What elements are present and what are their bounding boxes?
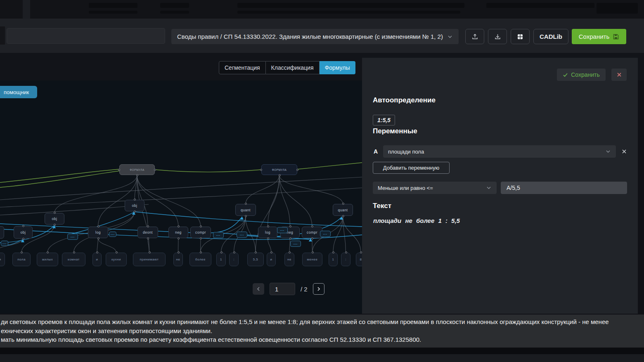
graph-leaf-node[interactable]: жилых <box>37 253 58 266</box>
graph-node[interactable]: quant <box>333 204 353 216</box>
operator-select[interactable]: Меньше или равно <= <box>373 182 497 194</box>
graph-node[interactable]: --- <box>109 232 116 237</box>
node-port[interactable] <box>260 169 262 171</box>
search-input[interactable] <box>7 28 165 44</box>
graph-node[interactable]: ФОРМУЛА <box>119 164 155 175</box>
node-port[interactable] <box>96 251 98 253</box>
node-port[interactable] <box>200 237 202 239</box>
node-port[interactable] <box>22 225 24 227</box>
node-port[interactable] <box>267 237 269 239</box>
panel-save-button[interactable]: Сохранить <box>557 69 606 81</box>
node-port[interactable] <box>134 211 136 213</box>
node-port[interactable] <box>73 251 75 253</box>
graph-node[interactable]: neg <box>168 227 188 238</box>
node-port[interactable] <box>311 225 313 227</box>
node-port[interactable] <box>245 215 247 217</box>
node-port[interactable] <box>21 251 23 253</box>
add-variable-button[interactable]: Добавить переменную <box>373 162 450 174</box>
graph-leaf-node[interactable]: не <box>284 253 294 266</box>
node-port[interactable] <box>345 251 347 253</box>
node-port[interactable] <box>97 237 99 239</box>
graph-leaf-node[interactable]: не <box>173 253 183 266</box>
document-select[interactable]: Своды правил / СП 54.13330.2022. Здания … <box>171 29 459 44</box>
graph-node[interactable]: --- <box>237 232 247 238</box>
node-port[interactable] <box>149 251 151 253</box>
graph-leaf-node[interactable]: 1 <box>329 253 338 266</box>
graph-leaf-node[interactable]: кухни <box>106 253 127 266</box>
graph-canvas[interactable]: ФОРМУЛАФОРМУЛАobjobjobjlogdeontnegcomprq… <box>0 80 362 314</box>
tab-классификация[interactable]: Классификация <box>266 61 320 74</box>
tab-сегментация[interactable]: Сегментация <box>219 61 266 74</box>
tab-формулы[interactable]: Формулы <box>320 61 356 74</box>
node-port[interactable] <box>342 215 344 217</box>
node-port[interactable] <box>233 251 235 253</box>
graph-leaf-node[interactable]: 5,5 <box>247 253 264 266</box>
page-number-input[interactable] <box>270 283 295 295</box>
graph-node[interactable]: --- <box>320 231 331 237</box>
node-port[interactable] <box>178 237 180 239</box>
graph-node[interactable]: compr <box>302 227 322 238</box>
node-port[interactable] <box>118 169 120 171</box>
graph-leaf-node[interactable]: менее <box>302 253 322 266</box>
graph-leaf-node[interactable]: : <box>341 253 350 266</box>
graph-leaf-node[interactable]: комнат <box>62 253 85 266</box>
graph-node[interactable]: quant <box>235 204 256 216</box>
node-port[interactable] <box>245 203 247 205</box>
node-port[interactable] <box>200 225 202 227</box>
node-port[interactable] <box>54 212 56 214</box>
node-port[interactable] <box>267 225 269 227</box>
node-port[interactable] <box>97 225 99 227</box>
node-port[interactable] <box>270 251 272 253</box>
node-port[interactable] <box>311 237 313 239</box>
expression-input[interactable] <box>501 182 627 194</box>
variable-remove-button[interactable] <box>619 146 630 157</box>
node-port[interactable] <box>136 174 138 176</box>
graph-node[interactable]: obj <box>45 213 64 225</box>
graph-leaf-node[interactable]: площади <box>0 253 5 266</box>
graph-leaf-node[interactable]: 1 <box>216 253 226 266</box>
node-port[interactable] <box>154 169 156 171</box>
graph-node[interactable]: --- <box>290 241 301 247</box>
node-port[interactable] <box>289 225 291 227</box>
node-port[interactable] <box>312 251 314 253</box>
graph-node[interactable]: --- <box>67 234 78 240</box>
node-port[interactable] <box>220 251 223 253</box>
cadlib-button[interactable]: CADLib <box>533 29 568 44</box>
node-port[interactable] <box>342 203 344 205</box>
node-port[interactable] <box>289 237 291 239</box>
node-port[interactable] <box>200 251 202 253</box>
graph-node[interactable]: ФОРМУЛА <box>261 164 297 175</box>
graph-leaf-node[interactable]: 8 <box>356 253 362 266</box>
node-port[interactable] <box>255 251 257 253</box>
node-port[interactable] <box>178 251 180 253</box>
graph-node[interactable]: obj <box>125 200 144 211</box>
graph-node[interactable]: log <box>258 227 277 238</box>
node-port[interactable] <box>134 199 136 201</box>
node-port[interactable] <box>178 225 180 227</box>
panel-close-button[interactable] <box>611 69 627 81</box>
node-port[interactable] <box>289 251 291 253</box>
node-port[interactable] <box>22 238 24 240</box>
graph-node[interactable]: deont <box>137 227 158 238</box>
graph-node[interactable]: --- <box>213 232 224 238</box>
assistant-button[interactable]: помощник <box>0 86 37 98</box>
node-port[interactable] <box>279 174 281 176</box>
graph-leaf-node[interactable]: более <box>189 253 211 266</box>
next-page-button[interactable] <box>313 283 324 295</box>
graph-leaf-node[interactable]: и <box>92 253 102 266</box>
node-port[interactable] <box>54 224 56 226</box>
variable-select[interactable]: площади пола <box>383 145 616 158</box>
graph-node[interactable]: --- <box>1 241 8 246</box>
graph-leaf-node[interactable]: пола <box>12 253 31 266</box>
graph-node[interactable]: log <box>88 227 108 238</box>
table-view-button[interactable] <box>511 29 530 44</box>
upload-button[interactable] <box>465 29 484 44</box>
graph-leaf-node[interactable]: принимают <box>133 253 166 266</box>
download-button[interactable] <box>488 29 507 44</box>
node-port[interactable] <box>147 237 149 239</box>
graph-node[interactable] <box>0 226 4 239</box>
node-port[interactable] <box>116 251 118 253</box>
save-button[interactable]: Сохранить <box>572 29 626 44</box>
node-port[interactable] <box>296 169 298 171</box>
prev-page-button[interactable] <box>253 283 264 295</box>
